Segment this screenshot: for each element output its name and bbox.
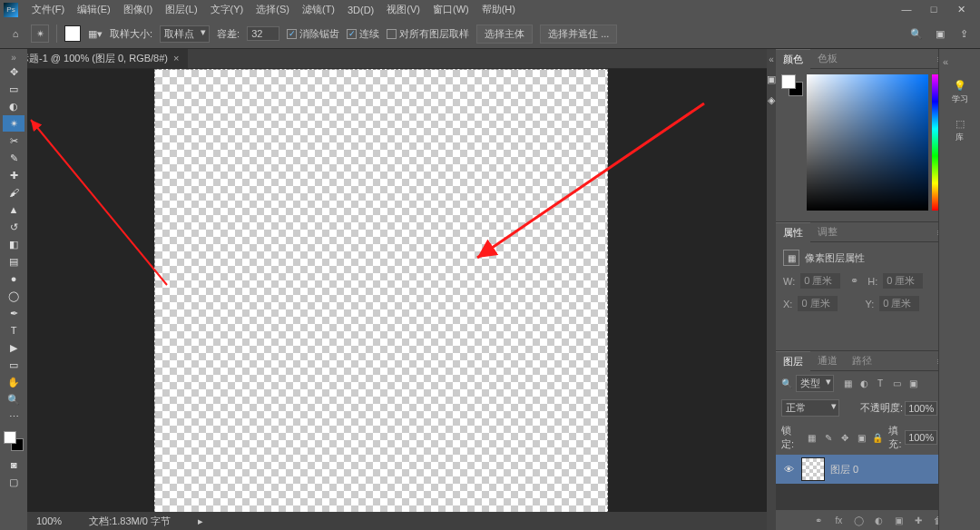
filter-shape-icon[interactable]: ▭: [890, 378, 903, 390]
history-panel-icon[interactable]: ▣: [767, 74, 776, 85]
stamp-tool[interactable]: ▲: [3, 201, 24, 218]
link-icon[interactable]: ⚭: [846, 275, 862, 288]
lock-brush-icon[interactable]: ✎: [823, 431, 834, 444]
gradient-tool[interactable]: ▤: [3, 253, 24, 270]
y-value[interactable]: 0 厘米: [879, 296, 919, 311]
menu-layer[interactable]: 图层(L): [159, 3, 203, 16]
color-panel-fg[interactable]: [781, 74, 796, 89]
menu-filter[interactable]: 滤镜(T): [296, 3, 341, 16]
pen-tool[interactable]: ✒: [3, 305, 24, 321]
filter-adjust-icon[interactable]: ◐: [858, 378, 870, 390]
color-panel-fgbg[interactable]: [781, 74, 803, 96]
channels-tab[interactable]: 通道: [810, 351, 845, 370]
layer-mask-icon[interactable]: ◯: [852, 514, 865, 526]
color-tab[interactable]: 颜色: [776, 49, 810, 69]
far-strip-collapse-icon[interactable]: «: [939, 56, 948, 67]
all-layers-checkbox[interactable]: 对所有图层取样: [387, 27, 469, 41]
blend-mode-dropdown[interactable]: 正常: [781, 399, 839, 417]
current-tool-icon[interactable]: ✴: [31, 25, 49, 43]
document-info[interactable]: 文档:1.83M/0 字节: [89, 515, 171, 528]
home-button[interactable]: ⌂: [7, 25, 24, 42]
swatches-tab[interactable]: 色板: [810, 49, 845, 68]
window-close-button[interactable]: ✕: [951, 4, 971, 15]
zoom-level[interactable]: 100%: [36, 515, 62, 526]
brush-tool[interactable]: 🖌: [3, 184, 24, 201]
lock-position-icon[interactable]: ✥: [839, 431, 850, 444]
color-field[interactable]: [807, 74, 928, 211]
adjustments-tab[interactable]: 调整: [810, 222, 845, 241]
brushes-panel-icon[interactable]: ◈: [768, 94, 775, 106]
filter-smart-icon[interactable]: ▣: [906, 378, 919, 390]
toolbar-collapse-icon[interactable]: »: [11, 53, 16, 64]
layer-visibility-icon[interactable]: 👁: [781, 464, 796, 475]
share-icon[interactable]: ⇪: [956, 26, 971, 41]
fill-value[interactable]: 100%: [905, 430, 937, 445]
layers-tab[interactable]: 图层: [776, 351, 810, 371]
move-tool[interactable]: ✥: [3, 64, 24, 80]
menu-edit[interactable]: 编辑(E): [71, 3, 117, 16]
new-fill-adjust-icon[interactable]: ◐: [872, 514, 885, 526]
color-picker[interactable]: [4, 431, 24, 451]
menu-3d[interactable]: 3D(D): [341, 5, 380, 15]
dodge-tool[interactable]: ◯: [3, 288, 24, 304]
select-and-mask-button[interactable]: 选择并遮住 ...: [540, 25, 617, 44]
close-tab-icon[interactable]: ×: [173, 53, 179, 64]
foreground-color-swatch[interactable]: [64, 25, 81, 42]
learn-panel-button[interactable]: 💡学习: [952, 80, 968, 105]
lock-pixels-icon[interactable]: ▦: [807, 431, 818, 444]
filter-pixel-icon[interactable]: ▦: [841, 378, 854, 390]
menu-image[interactable]: 图像(I): [117, 3, 159, 16]
new-layer-icon[interactable]: ✚: [912, 514, 925, 526]
window-maximize-button[interactable]: □: [924, 4, 944, 15]
lasso-tool[interactable]: ◐: [3, 98, 24, 114]
libraries-panel-button[interactable]: ⬚库: [956, 118, 965, 143]
history-brush-tool[interactable]: ↺: [3, 219, 24, 235]
status-chevron-icon[interactable]: ▸: [198, 515, 203, 527]
healing-tool[interactable]: ✚: [3, 167, 24, 183]
tolerance-input[interactable]: 32: [247, 26, 279, 41]
select-subject-button[interactable]: 选择主体: [476, 25, 533, 44]
x-value[interactable]: 0 厘米: [798, 296, 838, 311]
menu-view[interactable]: 视图(V): [380, 3, 426, 16]
contiguous-checkbox[interactable]: ✓连续: [347, 27, 379, 41]
sample-size-dropdown[interactable]: 取样点: [160, 25, 210, 43]
width-value[interactable]: 0 厘米: [800, 273, 840, 289]
menu-type[interactable]: 文字(Y): [204, 3, 250, 16]
layer-style-icon[interactable]: fx: [832, 514, 845, 526]
lock-artboard-icon[interactable]: ▣: [856, 431, 867, 444]
strip-collapse-icon[interactable]: «: [769, 54, 774, 64]
document-tab[interactable]: 未标题-1 @ 100% (图层 0, RGB/8#)×: [0, 49, 188, 68]
menu-select[interactable]: 选择(S): [250, 3, 296, 16]
blur-tool[interactable]: ●: [3, 270, 24, 287]
layer-thumbnail[interactable]: [801, 457, 825, 481]
antialias-checkbox[interactable]: ✓消除锯齿: [287, 27, 339, 41]
properties-tab[interactable]: 属性: [776, 222, 810, 242]
workspace-icon[interactable]: ▣: [933, 26, 947, 41]
foreground-color[interactable]: [4, 431, 16, 444]
new-group-icon[interactable]: ▣: [892, 514, 905, 526]
eraser-tool[interactable]: ◧: [3, 236, 24, 252]
screen-mode-tool[interactable]: ▢: [3, 474, 24, 490]
paths-tab[interactable]: 路径: [845, 351, 879, 370]
type-tool[interactable]: T: [3, 322, 24, 339]
magic-wand-tool[interactable]: ✴: [3, 115, 24, 132]
zoom-tool[interactable]: 🔍: [3, 391, 24, 407]
layer-item[interactable]: 👁 图层 0: [776, 455, 950, 484]
path-selection-tool[interactable]: ▶: [3, 339, 24, 356]
shape-tool[interactable]: ▭: [3, 357, 24, 373]
eyedropper-tool[interactable]: ✎: [3, 150, 24, 166]
search-icon[interactable]: 🔍: [909, 26, 924, 41]
filter-type-icon[interactable]: T: [874, 378, 887, 390]
lock-all-icon[interactable]: 🔒: [872, 431, 883, 444]
crop-tool[interactable]: ✂: [3, 132, 24, 149]
marquee-tool[interactable]: ▭: [3, 81, 24, 97]
opacity-value[interactable]: 100%: [905, 401, 937, 416]
menu-window[interactable]: 窗口(W): [426, 3, 475, 16]
layer-filter-kind-dropdown[interactable]: 类型: [796, 375, 834, 392]
window-minimize-button[interactable]: —: [897, 4, 916, 15]
canvas[interactable]: [154, 69, 608, 523]
layer-filter-search-icon[interactable]: 🔍: [781, 378, 792, 388]
edit-toolbar-icon[interactable]: ⋯: [3, 408, 24, 425]
layer-name[interactable]: 图层 0: [830, 463, 858, 476]
menu-file[interactable]: 文件(F): [25, 3, 71, 16]
